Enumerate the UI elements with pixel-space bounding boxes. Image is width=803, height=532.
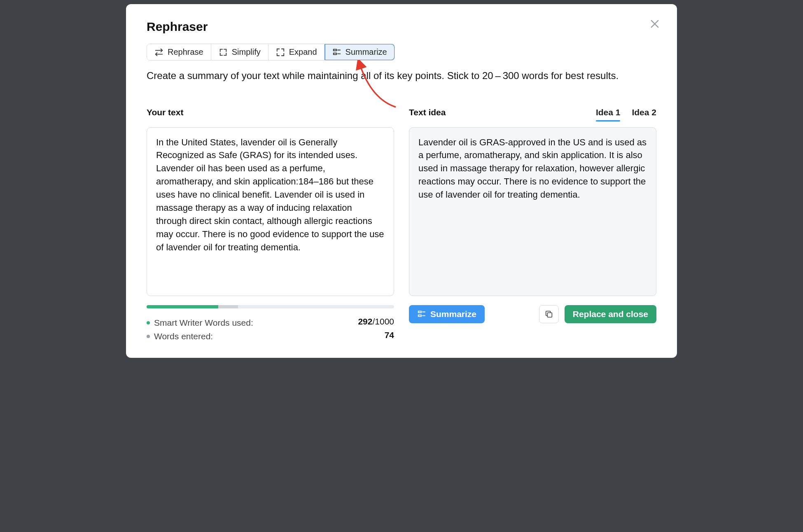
rephraser-modal: Rephraser Rephrase Simplify (126, 4, 677, 358)
rephrase-icon (154, 48, 163, 57)
mode-tab-label: Simplify (232, 47, 261, 57)
stat-label-text: Smart Writer Words used: (154, 318, 253, 328)
button-label: Replace and close (573, 309, 648, 319)
stat-total: /1000 (372, 317, 394, 326)
dot-icon (147, 321, 150, 324)
input-label: Your text (147, 107, 183, 117)
progress-overflow (218, 305, 238, 308)
input-column: Your text In the United States, lavender… (147, 107, 394, 341)
stat-label-text: Words entered: (154, 331, 213, 341)
idea-tab-2[interactable]: Idea 2 (632, 107, 656, 119)
summarize-button[interactable]: Summarize (409, 305, 485, 323)
stat-value: 292 (358, 317, 372, 326)
mode-tab-label: Expand (289, 47, 317, 57)
annotation-arrow (355, 58, 404, 111)
mode-tab-summarize[interactable]: Summarize (325, 44, 394, 60)
button-label: Summarize (430, 309, 476, 319)
idea-tab-1[interactable]: Idea 1 (596, 107, 621, 119)
expand-icon (276, 48, 285, 57)
copy-button[interactable] (539, 305, 559, 323)
mode-hint-text: Create a summary of your text while main… (147, 69, 656, 83)
dot-icon (147, 335, 150, 338)
stat-smart-writer: Smart Writer Words used: 292/1000 (147, 317, 394, 328)
mode-tab-expand[interactable]: Expand (268, 44, 325, 60)
svg-rect-2 (333, 49, 336, 51)
svg-rect-8 (418, 315, 421, 316)
copy-icon (544, 310, 553, 319)
mode-tab-rephrase[interactable]: Rephrase (147, 44, 211, 60)
summarize-icon (417, 310, 426, 319)
stat-value: 74 (385, 330, 394, 340)
replace-close-button[interactable]: Replace and close (565, 305, 656, 323)
output-column: Text idea Idea 1 Idea 2 Lavender oil is … (409, 107, 656, 341)
idea-tab-group: Idea 1 Idea 2 (596, 107, 656, 119)
simplify-icon (219, 48, 228, 57)
output-text: Lavender oil is GRAS-approved in the US … (409, 127, 656, 296)
mode-tab-label: Rephrase (168, 47, 203, 57)
mode-tab-simplify[interactable]: Simplify (211, 44, 268, 60)
input-textarea[interactable]: In the United States, lavender oil is Ge… (147, 127, 394, 296)
svg-rect-10 (547, 313, 552, 317)
close-button[interactable] (647, 16, 663, 32)
progress-fill (147, 305, 218, 308)
stat-words-entered: Words entered: 74 (147, 330, 394, 341)
modal-title: Rephraser (147, 20, 656, 34)
svg-rect-4 (333, 53, 336, 54)
summarize-icon (332, 48, 341, 57)
svg-rect-6 (418, 311, 421, 313)
usage-progress (147, 305, 394, 308)
mode-tab-group: Rephrase Simplify Expand (147, 44, 395, 61)
output-label: Text idea (409, 107, 446, 117)
mode-tab-label: Summarize (345, 47, 387, 57)
